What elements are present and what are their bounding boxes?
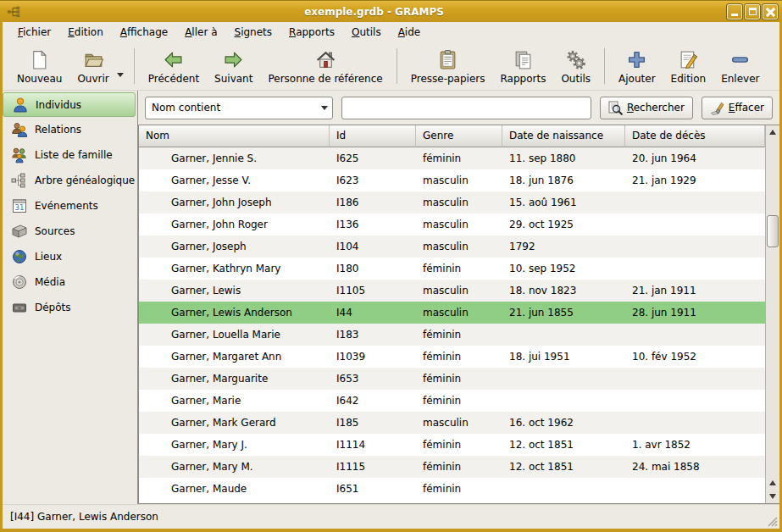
pedigree-icon [11, 172, 28, 189]
edit-page-icon [678, 49, 699, 70]
table-row[interactable]: Garner, Kathryn Mary I180 féminin 10. se… [139, 258, 765, 280]
menu-fichier[interactable]: Fichier [9, 24, 59, 41]
cell-id: I642 [330, 395, 416, 407]
column-header-deces[interactable]: Date de décès [625, 125, 765, 147]
scrollbar-track[interactable] [766, 139, 779, 476]
column-header-genre[interactable]: Genre [416, 125, 502, 147]
menu-signets[interactable]: Signets [226, 24, 281, 41]
sidebar-item-individus[interactable]: Individus [3, 92, 136, 117]
tools-button[interactable]: Outils [553, 43, 598, 89]
calendar-icon: 31 [11, 197, 28, 214]
scrollbar-down-button[interactable] [766, 490, 779, 503]
column-header-naissance[interactable]: Date de naissance [502, 125, 625, 147]
maximize-button[interactable] [745, 4, 760, 19]
table-row-selected[interactable]: Garner, Lewis Anderson I44 masculin 21. … [139, 302, 765, 324]
table-row[interactable]: Garner, Joseph I104 masculin 1792 [139, 236, 765, 258]
cell-naissance: 15. aoû 1961 [502, 197, 625, 208]
toolbar: Nouveau Ouvrir Précédent [3, 42, 779, 91]
sidebar-item-depots[interactable]: Dépôts [3, 295, 136, 320]
sidebar-item-evenements[interactable]: 31 Evénements [3, 193, 136, 219]
table-row[interactable]: Garner, Jesse V. I623 masculin 18. jun 1… [139, 169, 765, 191]
cell-naissance: 12. oct 1851 [502, 461, 625, 473]
documents-icon [513, 49, 534, 70]
table-row[interactable]: Garner, Marguarite I653 féminin [139, 368, 765, 390]
book-icon [11, 223, 28, 240]
cell-genre: masculin [416, 241, 502, 252]
table-row[interactable]: Garner, Marie I642 féminin [139, 390, 765, 412]
cell-genre: féminin [416, 152, 502, 164]
sidebar-item-relations[interactable]: Relations [3, 117, 136, 142]
add-button[interactable]: Ajouter [611, 43, 663, 89]
cell-nom: Garner, Joseph [139, 241, 330, 252]
table-row[interactable]: Garner, John Joseph I186 masculin 15. ao… [139, 191, 765, 213]
home-person-button[interactable]: Personne de référence [260, 43, 390, 89]
table-row[interactable]: Garner, Margaret Ann I1039 féminin 18. j… [139, 346, 765, 368]
table-row[interactable]: Garner, Mark Gerard I185 masculin 16. oc… [139, 412, 765, 434]
menu-aide[interactable]: Aide [390, 24, 430, 41]
cell-id: I186 [330, 197, 416, 208]
cell-genre: féminin [416, 483, 502, 495]
sidebar-item-label: Arbre généalogique [35, 175, 135, 186]
cell-naissance: 29. oct 1925 [502, 219, 625, 230]
search-button[interactable]: Rechercher [600, 97, 693, 119]
menu-aller-a[interactable]: Aller à [176, 24, 225, 41]
reports-button[interactable]: Rapports [492, 43, 553, 89]
table-row[interactable]: Garner, Mary J. I1114 féminin 12. oct 18… [139, 434, 765, 456]
sidebar-item-media[interactable]: Média [3, 269, 136, 295]
menu-rapports[interactable]: Rapports [280, 24, 343, 41]
maximize-icon [749, 8, 757, 15]
open-button[interactable]: Ouvrir [69, 43, 116, 89]
tool-label: Suivant [214, 73, 252, 85]
clipboard-button[interactable]: Presse-papiers [403, 43, 493, 89]
table-row[interactable]: Garner, Louella Marie I183 féminin [139, 324, 765, 346]
search-input[interactable] [341, 97, 591, 119]
open-folder-icon [83, 49, 104, 70]
cell-genre: masculin [416, 219, 502, 230]
cell-genre: masculin [416, 417, 502, 429]
back-button[interactable]: Précédent [141, 43, 207, 89]
table-row[interactable]: Garner, Mary M. I1115 féminin 12. oct 18… [139, 456, 765, 478]
cell-id: I1039 [330, 351, 416, 363]
menu-affichage[interactable]: Affichage [112, 24, 176, 41]
scrollbar-up-button-2[interactable] [766, 476, 779, 490]
menu-outils[interactable]: Outils [343, 24, 390, 41]
cell-nom: Garner, Jesse V. [139, 175, 330, 186]
table-row[interactable]: Garner, Jennie S. I625 féminin 11. sep 1… [139, 147, 765, 169]
cell-nom: Garner, Jennie S. [139, 152, 330, 164]
cell-id: I183 [330, 329, 416, 341]
open-dropdown-button[interactable] [117, 54, 128, 77]
table-row[interactable]: Garner, Maude I651 féminin [139, 478, 765, 500]
table-row[interactable]: Garner, Lewis I1105 masculin 18. nov 182… [139, 280, 765, 302]
vertical-scrollbar[interactable] [765, 125, 779, 503]
table-row[interactable]: Garner, John Roger I136 masculin 29. oct… [139, 213, 765, 236]
close-button[interactable] [763, 4, 778, 19]
filter-field-select[interactable]: Nom contient [145, 97, 333, 119]
remove-button[interactable]: Enlever [713, 43, 767, 89]
minimize-button[interactable] [727, 4, 742, 19]
forward-button[interactable]: Suivant [207, 43, 260, 89]
cell-naissance: 21. jun 1855 [502, 307, 625, 319]
statusbar: [I44] Garner, Lewis Anderson [3, 504, 779, 529]
scrollbar-thumb[interactable] [767, 215, 779, 247]
cell-nom: Garner, Lewis [139, 285, 330, 296]
close-icon [766, 8, 774, 16]
cell-nom: Garner, Maude [139, 483, 330, 495]
up-arrow-icon [769, 130, 776, 135]
scrollbar-up-button[interactable] [766, 125, 779, 139]
cell-nom: Garner, Marguarite [139, 373, 330, 385]
menu-edition[interactable]: Edition [59, 24, 112, 41]
sidebar-item-liste-de-famille[interactable]: Liste de famille [3, 142, 136, 168]
titlebar[interactable]: exemple.grdb - GRAMPS [0, 0, 782, 22]
new-button[interactable]: Nouveau [9, 43, 69, 89]
column-header-nom[interactable]: Nom [139, 125, 330, 147]
cell-genre: masculin [416, 307, 502, 319]
clear-button[interactable]: Effacer [702, 97, 773, 119]
resize-grip-icon[interactable] [766, 515, 778, 527]
cell-genre: féminin [416, 439, 502, 451]
sidebar-item-sources[interactable]: Sources [3, 219, 136, 244]
cell-id: I44 [330, 307, 416, 319]
sidebar-item-arbre-genealogique[interactable]: Arbre généalogique [3, 168, 136, 193]
column-header-id[interactable]: Id [330, 125, 416, 147]
sidebar-item-lieux[interactable]: Lieux [3, 244, 136, 269]
edit-button[interactable]: Edition [663, 43, 714, 89]
